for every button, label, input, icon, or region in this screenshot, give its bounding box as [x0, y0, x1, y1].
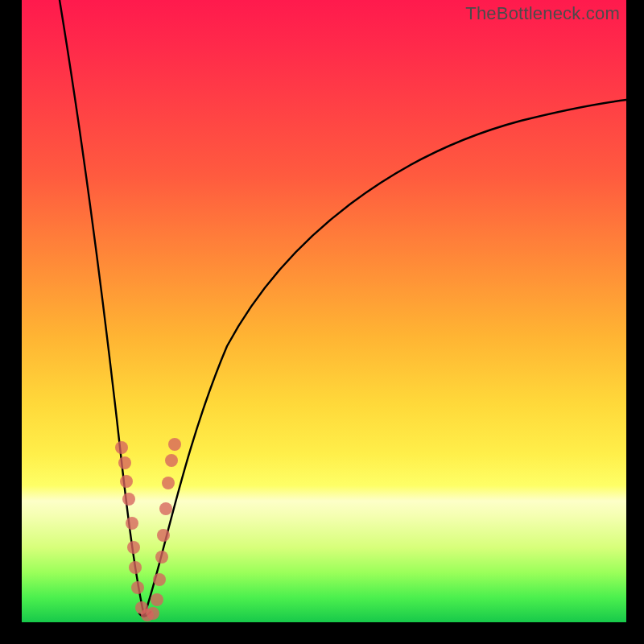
- dot: [120, 475, 133, 488]
- dot: [118, 456, 131, 469]
- dot: [131, 581, 144, 594]
- dot: [147, 607, 159, 620]
- marker-dots: [115, 438, 181, 621]
- dot: [115, 441, 128, 454]
- dot: [165, 454, 178, 467]
- dot: [126, 517, 138, 530]
- chart-frame: TheBottleneck.com: [0, 0, 644, 644]
- dot: [168, 438, 181, 451]
- dot: [155, 551, 168, 564]
- curve-layer: [22, 0, 626, 622]
- dot: [159, 502, 172, 515]
- watermark-text: TheBottleneck.com: [465, 3, 620, 24]
- dot: [153, 573, 166, 586]
- dot: [127, 541, 140, 554]
- dot: [122, 493, 135, 506]
- dot: [129, 561, 142, 574]
- curve-right-arm: [144, 100, 626, 616]
- dot: [151, 593, 163, 606]
- dot: [157, 529, 170, 542]
- dot: [162, 477, 175, 489]
- plot-area: [22, 0, 626, 622]
